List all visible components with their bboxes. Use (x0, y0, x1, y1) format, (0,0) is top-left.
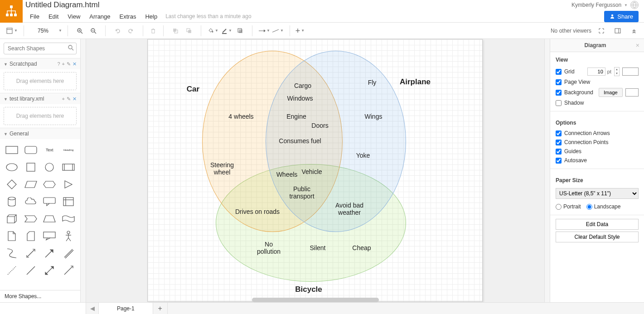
left-scrollbar[interactable] (81, 39, 86, 302)
connection-button[interactable]: ▼ (258, 24, 271, 37)
to-front-button[interactable] (169, 24, 182, 37)
user-name[interactable]: Kymberly Fergusson (571, 2, 621, 8)
menu-extras[interactable]: Extras (115, 11, 141, 22)
shape-ellipse[interactable] (4, 160, 20, 174)
search-input[interactable] (4, 43, 77, 54)
right-scrollbar[interactable] (544, 39, 550, 302)
venn-title-car[interactable]: Car (187, 85, 199, 94)
shadow-checkbox[interactable] (556, 100, 562, 106)
venn-title-bicycle[interactable]: Bicycle (295, 285, 322, 294)
shape-callout2[interactable] (42, 229, 58, 243)
collapse-icon[interactable] (628, 24, 640, 37)
shape-trapezoid[interactable] (42, 212, 58, 226)
waypoint-button[interactable]: ▼ (271, 24, 284, 37)
venn-item[interactable]: 4 wheels (228, 113, 253, 120)
grid-size-input[interactable] (587, 68, 605, 76)
insert-button[interactable]: +▼ (294, 24, 306, 37)
venn-item[interactable]: Wheels (276, 171, 298, 178)
venn-item[interactable]: Silent (310, 244, 325, 251)
shape-link[interactable] (60, 246, 77, 261)
shape-curve[interactable] (4, 246, 20, 261)
scratchpad-header[interactable]: ▼Scratchpad ?+✎✕ (0, 58, 80, 69)
add-page-button[interactable]: + (153, 303, 168, 314)
to-back-button[interactable] (183, 24, 195, 37)
shape-parallelogram[interactable] (23, 177, 39, 192)
shape-arrow-bi[interactable] (23, 246, 39, 261)
grid-checkbox[interactable] (556, 69, 562, 75)
pageview-checkbox[interactable] (556, 79, 562, 85)
venn-item[interactable]: Engine (286, 113, 306, 120)
autosave-checkbox[interactable] (556, 158, 562, 164)
grid-color-swatch[interactable] (622, 68, 639, 76)
clear-style-button[interactable]: Clear Default Style (556, 232, 639, 242)
shape-rounded-rect[interactable] (23, 143, 39, 157)
globe-icon[interactable] (630, 1, 639, 9)
tab-scroll-left[interactable]: ◀ (86, 303, 99, 314)
document-title[interactable]: Untitled Diagram.html (25, 0, 99, 10)
horizontal-scrollbar[interactable] (252, 298, 379, 302)
general-header[interactable]: ▼General (0, 128, 80, 139)
shape-actor[interactable] (60, 229, 77, 243)
page-view-button[interactable]: ▼ (5, 24, 18, 37)
shape-cylinder[interactable] (4, 194, 20, 209)
venn-title-airplane[interactable]: Airplane (400, 77, 431, 87)
venn-item[interactable]: Vehicle (301, 168, 322, 175)
undo-button[interactable] (111, 24, 124, 37)
bg-color-swatch[interactable] (625, 88, 639, 97)
shape-process[interactable] (60, 160, 77, 174)
guides-checkbox[interactable] (556, 149, 562, 155)
testlib-dropzone[interactable]: Drag elements here (4, 107, 77, 125)
more-shapes-button[interactable]: More Shapes... (0, 290, 80, 302)
testlib-header[interactable]: ▼test library.xml +✎✕ (0, 93, 80, 104)
shape-dir-line[interactable] (60, 263, 77, 278)
add-icon[interactable]: + (62, 61, 65, 67)
shape-callout[interactable] (42, 194, 58, 209)
venn-item[interactable]: Fly (368, 79, 377, 86)
edit-data-button[interactable]: Edit Data (556, 219, 639, 230)
add-icon[interactable]: + (62, 96, 65, 102)
zoom-in-button[interactable] (73, 24, 86, 37)
shape-internal-storage[interactable] (60, 194, 77, 209)
share-button[interactable]: Share (604, 11, 639, 22)
line-color-button[interactable]: ▼ (220, 24, 233, 37)
venn-item[interactable]: No pollution (253, 241, 285, 255)
venn-item[interactable]: Cheap (352, 244, 371, 251)
shape-cube[interactable] (4, 212, 20, 226)
help-icon[interactable]: ? (57, 61, 60, 67)
edit-icon[interactable]: ✎ (67, 96, 71, 102)
conn-points-checkbox[interactable] (556, 140, 562, 145)
venn-item[interactable]: Cargo (294, 82, 311, 89)
page-tab-1[interactable]: Page-1 (99, 303, 153, 314)
shape-cloud[interactable] (23, 194, 39, 209)
venn-item[interactable]: Public transport (284, 185, 320, 200)
shape-heading[interactable]: Heading (60, 143, 77, 157)
venn-item[interactable]: Yoke (356, 152, 370, 159)
shape-bidir-arrow[interactable] (42, 263, 58, 278)
venn-item[interactable]: Drives on roads (235, 208, 280, 215)
grid-stepper[interactable]: ▲▼ (614, 67, 620, 76)
portrait-radio[interactable] (556, 204, 562, 210)
shape-note[interactable] (4, 229, 20, 243)
shape-rect[interactable] (4, 143, 20, 157)
shadow-button[interactable] (234, 24, 247, 37)
redo-button[interactable] (125, 24, 137, 37)
menu-file[interactable]: File (25, 11, 44, 22)
shape-arrow[interactable] (42, 246, 58, 261)
fullscreen-icon[interactable] (595, 24, 608, 37)
shape-diamond[interactable] (4, 177, 20, 192)
shape-dashed[interactable] (4, 263, 20, 278)
delete-button[interactable] (147, 24, 160, 37)
shape-triangle[interactable] (60, 177, 77, 192)
shape-circle[interactable] (42, 160, 58, 174)
zoom-level[interactable]: 75% (29, 28, 57, 34)
scratchpad-dropzone[interactable]: Drag elements here (4, 72, 77, 90)
shape-hexagon[interactable] (42, 177, 58, 192)
background-checkbox[interactable] (556, 90, 562, 96)
close-icon[interactable]: ✕ (73, 96, 77, 102)
venn-item[interactable]: Windows (287, 95, 313, 102)
menu-edit[interactable]: Edit (44, 11, 63, 22)
venn-item[interactable]: Wings (365, 113, 383, 120)
menu-arrange[interactable]: Arrange (85, 11, 115, 22)
close-icon[interactable]: ✕ (73, 61, 77, 67)
venn-item[interactable]: Consumes fuel (279, 137, 321, 145)
